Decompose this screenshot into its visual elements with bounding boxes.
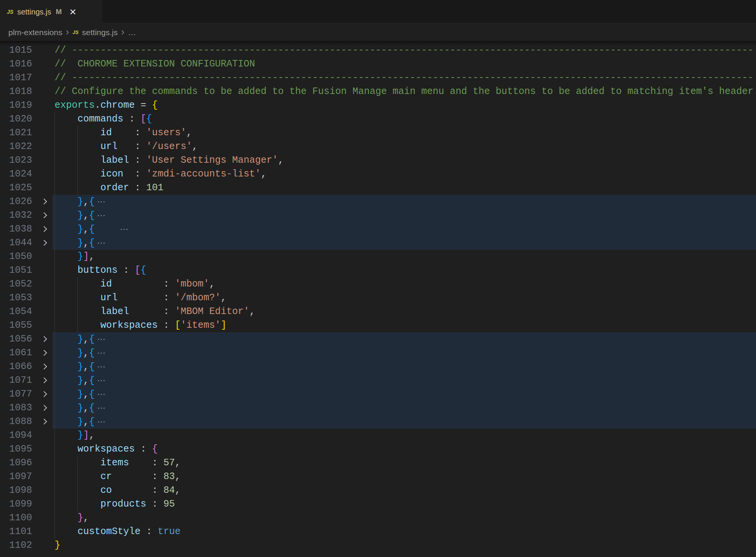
code-text[interactable]: label : 'User Settings Manager', <box>55 154 756 167</box>
fold-chevron-icon[interactable] <box>41 391 47 397</box>
line-number[interactable]: 1061 <box>0 346 32 360</box>
code-text[interactable]: url : '/mbom?', <box>55 291 756 305</box>
code-text[interactable]: id : 'mbom', <box>55 277 756 291</box>
line-number[interactable]: 1056 <box>0 332 32 346</box>
close-icon[interactable]: × <box>69 6 76 18</box>
code-text[interactable]: // Configure the commands to be added to… <box>55 85 756 99</box>
code-text[interactable]: products : 95 <box>55 497 756 511</box>
folded-code-ellipsis[interactable]: ⋯ <box>97 348 105 358</box>
code-text[interactable]: buttons : [{ <box>55 264 756 277</box>
code-text[interactable]: items : 57, <box>55 456 756 470</box>
fold-chevron-icon[interactable] <box>41 240 47 246</box>
line-number[interactable]: 1024 <box>0 167 32 181</box>
line-number[interactable]: 1096 <box>0 456 32 470</box>
breadcrumb-folder[interactable]: plm-extensions <box>8 28 62 37</box>
code-text[interactable]: icon : 'zmdi-accounts-list', <box>55 167 756 181</box>
code-text[interactable]: },{⋯ <box>55 209 756 222</box>
line-number[interactable]: 1071 <box>0 374 32 387</box>
line-number[interactable]: 1050 <box>0 250 32 264</box>
code-text[interactable]: }], <box>55 429 756 442</box>
fold-chevron-icon[interactable] <box>41 336 47 342</box>
folded-code-ellipsis[interactable]: ⋯ <box>97 389 105 399</box>
line-number[interactable]: 1088 <box>0 415 32 429</box>
code-text[interactable]: // -------------------------------------… <box>55 71 756 85</box>
line-number[interactable]: 1044 <box>0 236 32 250</box>
code-text[interactable]: order : 101 <box>55 181 756 195</box>
line-number[interactable]: 1018 <box>0 85 32 99</box>
folded-code-ellipsis[interactable]: ⋯ <box>97 238 105 248</box>
line-number[interactable]: 1025 <box>0 181 32 195</box>
line-number[interactable]: 1019 <box>0 99 32 112</box>
line-number[interactable]: 1020 <box>0 112 32 126</box>
code-text[interactable]: cr : 83, <box>55 470 756 484</box>
line-number[interactable]: 1053 <box>0 291 32 305</box>
code-text[interactable]: },{⋯ <box>55 401 756 415</box>
code-text[interactable]: },{⋯ <box>55 360 756 374</box>
code-text[interactable]: commands : [{ <box>55 112 756 126</box>
fold-chevron-icon[interactable] <box>41 419 47 425</box>
fold-chevron-icon[interactable] <box>41 364 47 370</box>
fold-chevron-icon[interactable] <box>41 199 47 205</box>
code-text[interactable]: },{⋯ <box>55 346 756 360</box>
code-text[interactable]: },{ ⋯ <box>55 222 756 236</box>
line-number[interactable]: 1101 <box>0 525 32 539</box>
code-text[interactable]: exports.chrome = { <box>55 99 756 112</box>
line-number[interactable]: 1021 <box>0 126 32 140</box>
code-text[interactable]: }, <box>55 511 756 525</box>
code-text[interactable]: url : '/users', <box>55 140 756 154</box>
line-number[interactable]: 1017 <box>0 71 32 85</box>
folded-code-ellipsis[interactable]: ⋯ <box>97 417 105 426</box>
folded-code-ellipsis[interactable]: ⋯ <box>97 362 105 371</box>
line-number[interactable]: 1102 <box>0 539 32 552</box>
line-number[interactable]: 1055 <box>0 319 32 332</box>
code-text[interactable]: } <box>55 539 756 552</box>
line-number[interactable]: 1094 <box>0 429 32 442</box>
code-text[interactable]: },{⋯ <box>55 415 756 429</box>
folded-code-ellipsis[interactable]: ⋯ <box>97 334 105 344</box>
line-number[interactable]: 1099 <box>0 497 32 511</box>
code-text[interactable]: // -------------------------------------… <box>55 44 756 57</box>
code-text[interactable]: },{⋯ <box>55 374 756 387</box>
tab-settings-js[interactable]: JS settings.js M × <box>0 0 102 24</box>
line-number[interactable]: 1095 <box>0 442 32 456</box>
code-text[interactable]: },{⋯ <box>55 236 756 250</box>
code-text[interactable]: id : 'users', <box>55 126 756 140</box>
folded-code-ellipsis[interactable]: ⋯ <box>97 376 105 385</box>
folded-code-ellipsis[interactable]: ⋯ <box>97 210 105 220</box>
line-number[interactable]: 1023 <box>0 154 32 167</box>
code-text[interactable]: }], <box>55 250 756 264</box>
line-number[interactable]: 1098 <box>0 484 32 497</box>
fold-chevron-icon[interactable] <box>41 405 47 411</box>
code-text[interactable]: label : 'MBOM Editor', <box>55 305 756 319</box>
line-number[interactable]: 1051 <box>0 264 32 277</box>
code-text[interactable]: customStyle : true <box>55 525 756 539</box>
line-number[interactable]: 1097 <box>0 470 32 484</box>
line-number[interactable]: 1066 <box>0 360 32 374</box>
code-text[interactable]: workspaces : ['items'] <box>55 319 756 332</box>
code-text[interactable]: },{⋯ <box>55 387 756 401</box>
line-number[interactable]: 1054 <box>0 305 32 319</box>
breadcrumb-file[interactable]: settings.js <box>82 28 118 37</box>
code-text[interactable]: },{⋯ <box>55 332 756 346</box>
line-number[interactable]: 1032 <box>0 209 32 222</box>
code-text[interactable]: },{⋯ <box>55 195 756 209</box>
code-text[interactable]: co : 84, <box>55 484 756 497</box>
breadcrumb-symbol[interactable]: … <box>128 28 136 37</box>
line-number[interactable]: 1083 <box>0 401 32 415</box>
line-number[interactable]: 1077 <box>0 387 32 401</box>
folded-code-ellipsis[interactable]: ⋯ <box>120 224 128 234</box>
line-number[interactable]: 1026 <box>0 195 32 209</box>
line-number[interactable]: 1016 <box>0 57 32 71</box>
folded-code-ellipsis[interactable]: ⋯ <box>97 403 105 413</box>
fold-chevron-icon[interactable] <box>41 377 47 384</box>
folded-code-ellipsis[interactable]: ⋯ <box>97 197 105 206</box>
line-number[interactable]: 1100 <box>0 511 32 525</box>
code-text[interactable]: workspaces : { <box>55 442 756 456</box>
code-text[interactable]: // CHOROME EXTENSION CONFIGURATION <box>55 57 756 71</box>
fold-chevron-icon[interactable] <box>41 350 47 356</box>
line-number[interactable]: 1022 <box>0 140 32 154</box>
line-number[interactable]: 1052 <box>0 277 32 291</box>
fold-chevron-icon[interactable] <box>41 226 47 232</box>
fold-chevron-icon[interactable] <box>41 212 47 219</box>
line-number[interactable]: 1038 <box>0 222 32 236</box>
